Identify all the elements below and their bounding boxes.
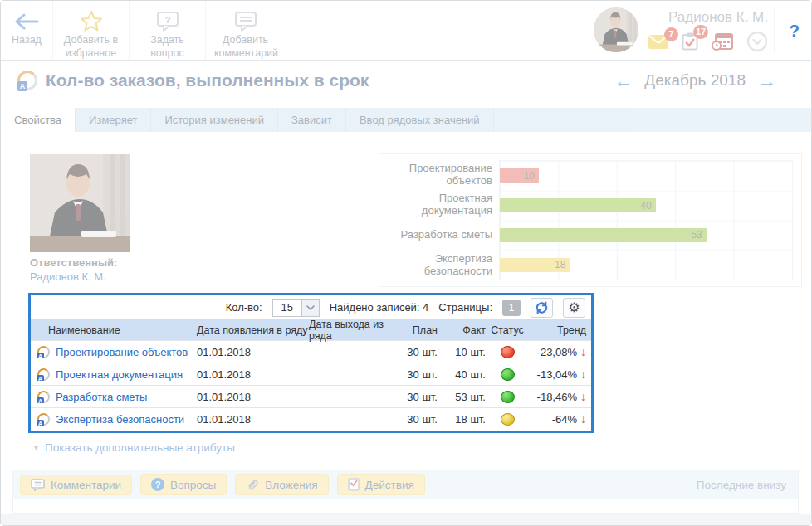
ask-question-label: Задать вопрос [138, 34, 197, 60]
chart-category-label: Разработка сметы [384, 221, 499, 251]
show-additional-attributes-link[interactable]: ▾ Показать дополнительные атрибуты [34, 441, 235, 454]
comment-icon [31, 479, 45, 491]
col-trend: Тренд [529, 324, 591, 336]
tab-series-input[interactable]: Ввод рядовых значений [346, 108, 494, 132]
questions-button[interactable]: ? Вопросы [140, 474, 227, 495]
comments-label: Комментарии [51, 479, 121, 491]
user-area: Радионов К. М. 7 17 [594, 7, 768, 56]
kpi-table-panel: Кол-во: 15 Найдено записей: 4 Страницы: … [28, 293, 594, 433]
row-name-link[interactable]: Экспертиза безопасности [56, 413, 184, 426]
trend-down-icon: ↓ [580, 368, 586, 381]
row-plan: 30 шт. [392, 368, 438, 381]
calendar-clock-icon [712, 32, 733, 51]
svg-text:?: ? [164, 15, 170, 25]
col-fact: Факт [438, 324, 486, 336]
responsible-block: Ответственный: Радионов К. М. [30, 154, 138, 283]
row-date-in: 01.01.2018 [197, 413, 309, 426]
col-date-in: Дата появления в ряду [197, 324, 309, 336]
comments-button[interactable]: Комментарии [20, 475, 132, 495]
add-comment-label: Добавить комментарий [214, 34, 276, 60]
attachments-button[interactable]: Вложения [235, 474, 328, 495]
mail-badge: 7 [664, 27, 678, 41]
help-button[interactable]: ? [789, 21, 800, 41]
settings-button[interactable]: ⚙ [563, 298, 585, 318]
calendar-button[interactable] [712, 32, 733, 54]
tab-measures[interactable]: Измеряет [76, 108, 151, 132]
period-label: Декабрь 2018 [644, 71, 746, 90]
chart-bar-value: 53 [691, 229, 702, 241]
tab-depends[interactable]: Зависит [278, 108, 346, 132]
toolbar-divider [774, 7, 775, 53]
gear-icon: ⚙ [568, 301, 580, 314]
table-row[interactable]: AРазработка сметы 01.01.2018 30 шт. 53 ш… [31, 385, 591, 407]
row-fact: 53 шт. [438, 391, 486, 403]
question-bubble-icon: ? [138, 9, 197, 34]
responsible-name-link[interactable]: Радионов К. М. [30, 270, 138, 283]
responsible-photo [30, 154, 130, 252]
row-trend: -23,08% [537, 346, 577, 358]
kpi-gauge-icon: A [17, 71, 37, 90]
attachments-label: Вложения [265, 479, 317, 491]
actions-label: Действия [365, 479, 414, 491]
ask-question-button[interactable]: ? Задать вопрос [129, 1, 205, 60]
chart-bar-value: 40 [640, 200, 651, 212]
page-title: Кол-во заказов, выполненных в срок [46, 71, 369, 90]
col-status: Статус [486, 324, 529, 336]
kpi-gauge-icon: A [37, 391, 50, 403]
paperclip-icon [246, 478, 259, 491]
status-indicator [501, 368, 515, 381]
tab-properties[interactable]: Свойства [1, 108, 76, 132]
table-header-row: Наименование Дата появления в ряду Дата … [31, 319, 591, 340]
status-indicator [501, 413, 515, 426]
row-name-link[interactable]: Разработка сметы [56, 391, 147, 403]
user-name[interactable]: Радионов К. М. [648, 9, 768, 26]
back-label: Назад [9, 34, 44, 47]
chart-bar-value: 10 [524, 170, 535, 182]
add-comment-button[interactable]: Добавить комментарий [205, 1, 285, 60]
kpi-gauge-icon: A [37, 368, 50, 381]
found-label: Найдено записей: [330, 301, 420, 314]
table-row[interactable]: AПроектирование объектов 01.01.2018 30 ш… [31, 340, 591, 363]
row-trend: -18,46% [537, 391, 577, 403]
next-period-button[interactable]: → [757, 71, 776, 90]
user-avatar[interactable] [594, 7, 638, 52]
star-icon [61, 9, 120, 34]
page-size-select[interactable]: 15 [272, 299, 320, 317]
col-date-out: Дата выхода из ряда [309, 319, 392, 342]
kpi-bar-chart: Проектирование объектов Проектная докуме… [379, 153, 802, 287]
period-navigation: ← Декабрь 2018 → [614, 71, 795, 90]
row-plan: 30 шт. [392, 346, 438, 358]
tasks-notifications-button[interactable]: 17 [682, 32, 698, 54]
row-name-link[interactable]: Проектирование объектов [56, 346, 188, 358]
table-row[interactable]: AПроектная документация 01.01.2018 30 шт… [31, 363, 591, 385]
comment-bubble-icon [214, 9, 276, 34]
svg-text:?: ? [155, 480, 161, 489]
refresh-icon [535, 301, 549, 314]
back-button[interactable]: Назад [1, 1, 52, 60]
chart-bar: 18 [500, 258, 570, 272]
table-controls: Кол-во: 15 Найдено записей: 4 Страницы: … [31, 295, 591, 319]
footer-panel: Комментарии ? Вопросы Вложения Действия … [12, 470, 799, 514]
row-plan: 30 шт. [392, 413, 438, 426]
mail-notifications-button[interactable]: 7 [648, 35, 668, 52]
page-number-button[interactable]: 1 [502, 300, 521, 316]
table-row[interactable]: AЭкспертиза безопасности 01.01.2018 30 ш… [31, 407, 591, 430]
app-surface: Назад Добавить в избранное ? Задать вопр… [1, 1, 811, 514]
refresh-button[interactable] [531, 298, 553, 318]
chart-bar: 40 [500, 198, 656, 212]
row-name-link[interactable]: Проектная документация [56, 368, 183, 381]
add-favorite-button[interactable]: Добавить в избранное [52, 1, 129, 60]
prev-period-button[interactable]: ← [614, 71, 633, 90]
row-date-in: 01.01.2018 [197, 368, 309, 381]
actions-button[interactable]: Действия [337, 474, 425, 495]
back-arrow-icon [9, 9, 44, 34]
add-favorite-label: Добавить в избранное [61, 34, 120, 60]
tab-bar: Свойства Измеряет История изменений Зави… [1, 108, 811, 132]
application-window: Назад Добавить в избранное ? Задать вопр… [0, 0, 812, 526]
col-plan: План [392, 324, 438, 336]
user-menu-button[interactable] [746, 31, 768, 56]
kpi-gauge-icon: A [37, 346, 50, 358]
row-fact: 18 шт. [438, 413, 486, 426]
trend-down-icon: ↓ [580, 390, 586, 403]
tab-change-history[interactable]: История изменений [151, 108, 278, 132]
